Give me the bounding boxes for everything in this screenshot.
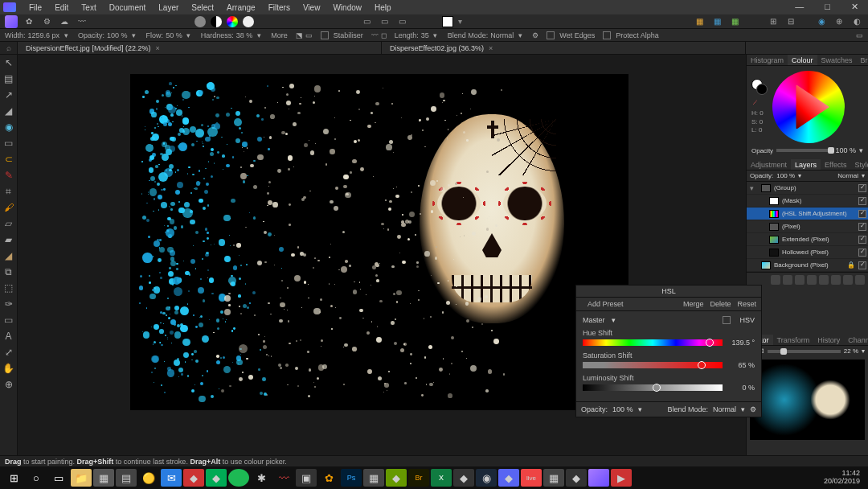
colour-opacity-drop-icon[interactable]: ▾ (859, 146, 863, 154)
app-icon-14[interactable]: ▶ (611, 469, 632, 487)
wet-check[interactable] (547, 31, 555, 39)
menu-layer[interactable]: Layer (152, 3, 185, 12)
nav-zoom-value[interactable]: 22 % (844, 347, 858, 355)
picker-icon[interactable]: ⟋ (751, 98, 768, 106)
canvas[interactable] (130, 74, 628, 410)
menu-select[interactable]: Select (185, 3, 220, 12)
layer-visible-check[interactable] (858, 210, 866, 218)
circle2-icon[interactable] (211, 16, 222, 27)
rt-icon3[interactable]: ▦ (728, 15, 741, 28)
text-tool-icon[interactable]: A (2, 330, 15, 343)
layer-visible-check[interactable] (858, 197, 866, 205)
tab-brushes[interactable]: Brushes (857, 55, 868, 65)
paint-brush-icon[interactable]: 🖌 (2, 201, 15, 214)
layer-row[interactable]: (HSL Shift Adjustment) (747, 208, 868, 220)
menu-edit[interactable]: Edit (48, 3, 75, 12)
force-icon[interactable]: ⬔ (296, 31, 303, 39)
rt-icon1[interactable]: ▦ (693, 15, 706, 28)
app-icon-5[interactable]: 〰 (273, 469, 294, 487)
flow-drop-icon[interactable]: ▾ (185, 31, 193, 39)
hardness-value[interactable]: 38 % (236, 31, 253, 39)
window-close[interactable]: ✕ (845, 2, 865, 12)
window-icon[interactable]: ◻ (381, 31, 387, 39)
hsv-check[interactable] (723, 316, 731, 324)
dlg-gear-icon[interactable]: ⚙ (750, 405, 756, 413)
menu-filters[interactable]: Filters (262, 3, 297, 12)
layer-visible-check[interactable] (858, 223, 866, 231)
zoom-tool-icon[interactable]: ⊕ (2, 378, 15, 391)
picker-tool-icon[interactable]: ⤢ (2, 346, 15, 359)
doc-tab-2[interactable]: DisperseEffect02.jpg (36.3%)× (382, 42, 746, 54)
layer-add-icon[interactable] (843, 275, 853, 285)
app-icon-1[interactable]: ▦ (93, 469, 114, 487)
fg-bg-swatches[interactable] (751, 79, 768, 95)
protect-check[interactable] (603, 31, 611, 39)
layer-chevron-icon[interactable]: ▾ (748, 184, 755, 192)
nav-zoom-slider[interactable] (768, 350, 841, 353)
blend-value[interactable]: Normal (490, 31, 514, 39)
layer-blend-drop-icon[interactable]: ▾ (862, 172, 865, 179)
rt-icon2[interactable]: ▦ (710, 15, 723, 28)
layer-row[interactable]: ▾(Group) (747, 182, 868, 195)
window-minimize[interactable]: — (788, 2, 810, 12)
clone-tool-icon[interactable]: ⧉ (2, 265, 15, 278)
app-icon-12[interactable]: ▦ (543, 469, 564, 487)
stabiliser-check[interactable] (321, 31, 329, 39)
blend-gear-icon[interactable]: ⚙ (532, 31, 538, 39)
length-value[interactable]: 35 (421, 31, 429, 39)
grid-icon[interactable]: ⊟ (784, 15, 797, 28)
hue-slider[interactable] (583, 339, 723, 346)
lum-slider[interactable] (583, 384, 723, 391)
colour-wheel[interactable] (772, 71, 845, 143)
sel-brush-icon[interactable]: ✎ (2, 169, 15, 182)
selbox1-icon[interactable]: ▭ (360, 15, 373, 28)
tab-channels[interactable]: Channels (844, 335, 868, 345)
app-icon-8[interactable]: ▦ (363, 469, 384, 487)
layer-del-icon[interactable] (855, 275, 865, 285)
snap-icon[interactable]: ⊞ (767, 15, 780, 28)
lock-icon[interactable]: 🔒 (847, 261, 855, 269)
assist2-icon[interactable]: ⊕ (833, 15, 845, 28)
layer-opacity-drop-icon[interactable]: ▾ (798, 172, 801, 179)
doc-tab-1-close-icon[interactable]: × (155, 44, 159, 52)
steam-icon[interactable]: ◉ (476, 469, 497, 487)
assist3-icon[interactable]: ◐ (850, 15, 863, 28)
dlg-opacity-drop-icon[interactable]: ▾ (638, 405, 642, 413)
gear-icon[interactable]: ⚙ (40, 15, 53, 28)
wave-icon[interactable]: 〰 (76, 15, 88, 28)
opacity-drop-icon[interactable]: ▾ (130, 31, 138, 39)
width-drop-icon[interactable]: ▾ (62, 31, 70, 39)
sat-value[interactable]: 65 % (727, 361, 755, 369)
move-tool-icon[interactable]: ↖ (2, 56, 15, 69)
layer-blend-value[interactable]: Normal (837, 172, 858, 179)
erase-brush-icon[interactable]: ▱ (2, 217, 15, 230)
tab-effects[interactable]: Effects (821, 159, 850, 170)
menu-file[interactable]: File (23, 3, 48, 12)
layer-lock-icon[interactable] (819, 275, 829, 285)
window-maximize[interactable]: □ (818, 2, 837, 12)
tab-layers[interactable]: Layers (791, 159, 821, 170)
selbox2-icon[interactable]: ▭ (378, 15, 391, 28)
layer-visible-check[interactable] (858, 249, 866, 257)
menu-window[interactable]: Window (326, 3, 368, 12)
layer-row[interactable]: (Mask) (747, 195, 868, 208)
excel-icon[interactable]: X (431, 469, 452, 487)
layer-visible-check[interactable] (858, 261, 866, 269)
app-icon-3[interactable]: ◆ (183, 469, 204, 487)
layer-visible-check[interactable] (858, 184, 866, 192)
layer-opacity-value[interactable]: 100 % (776, 172, 795, 179)
tablet-icon[interactable]: ▭ (305, 31, 313, 39)
layer-row[interactable]: Background (Pixel)🔒 (747, 259, 868, 272)
hardness-drop-icon[interactable]: ▾ (255, 31, 263, 39)
start-button[interactable]: ⊞ (3, 469, 24, 487)
tab-swatches[interactable]: Swatches (817, 55, 857, 65)
dlg-opacity-value[interactable]: 100 % (612, 405, 633, 413)
selbox3-icon[interactable]: ▭ (395, 15, 408, 28)
prefs-icon[interactable]: ✿ (23, 15, 35, 28)
lasso-icon[interactable]: ⊂ (2, 153, 15, 166)
hsl-dialog[interactable]: HSL Add Preset Merge Delete Reset Master… (575, 285, 762, 417)
spotify-icon[interactable] (228, 469, 249, 487)
app-icon-4[interactable]: ◆ (206, 469, 227, 487)
doc-tab-2-close-icon[interactable]: × (489, 44, 493, 52)
pen-tool-icon[interactable]: ✑ (2, 298, 15, 310)
